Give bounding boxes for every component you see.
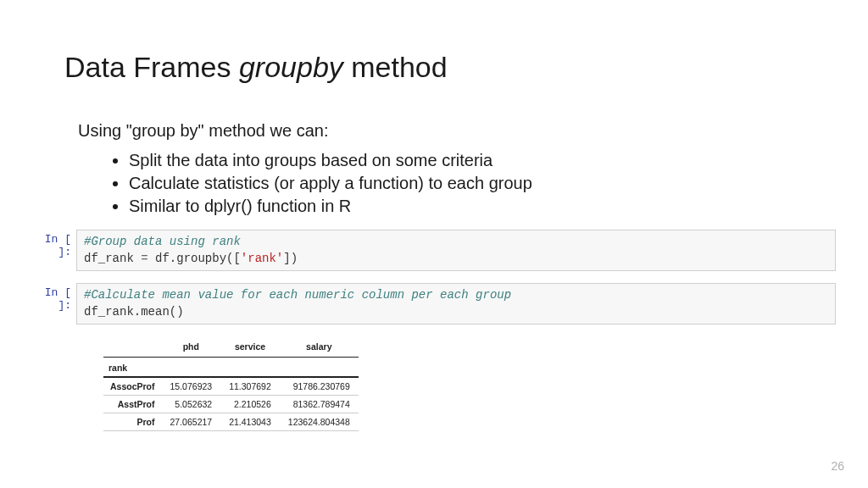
code-comment: #Calculate mean value for each numeric c… — [84, 288, 511, 302]
slide-body: Using "group by" method we can: Split th… — [78, 121, 868, 218]
table-cell: 81362.789474 — [280, 396, 359, 413]
table-row-label: AssocProf — [103, 377, 162, 396]
table-row-label: AsstProf — [103, 396, 162, 413]
code-comment: #Group data using rank — [84, 235, 241, 248]
code-cell: In [ ]: #Calculate mean value for each n… — [27, 283, 868, 324]
table-corner — [103, 336, 162, 358]
table-row-label: Prof — [103, 413, 162, 431]
output-table: phd service salary rank AssocProf 15.076… — [103, 336, 359, 431]
notebook-cells: In [ ]: #Group data using rank df_rank =… — [27, 230, 868, 431]
table-cell: 21.413043 — [220, 413, 280, 431]
code-text: df_rank — [84, 252, 141, 265]
title-pre: Data Frames — [64, 51, 239, 83]
bullet-item: Split the data into groups based on some… — [129, 149, 868, 172]
code-cell: In [ ]: #Group data using rank df_rank =… — [27, 230, 868, 271]
table-col-header: service — [220, 336, 280, 358]
code-operator: = — [141, 252, 147, 265]
table-col-header: phd — [162, 336, 221, 358]
bullet-list: Split the data into groups based on some… — [129, 149, 868, 218]
table-cell: 27.065217 — [162, 413, 221, 431]
table-cell: 2.210526 — [220, 396, 280, 413]
intro-text: Using "group by" method we can: — [78, 121, 868, 141]
table-cell: 15.076923 — [162, 377, 221, 396]
table-index-name: rank — [103, 358, 162, 378]
table-cell: 91786.230769 — [280, 377, 359, 396]
title-italic: groupby — [239, 51, 343, 83]
table-cell: 5.052632 — [162, 396, 221, 413]
table-row: AssocProf 15.076923 11.307692 91786.2307… — [103, 377, 359, 396]
page-number: 26 — [831, 459, 844, 473]
title-post: method — [343, 51, 448, 83]
code-text: ]) — [283, 252, 298, 265]
table-blank — [220, 358, 280, 378]
table-blank — [280, 358, 359, 378]
code-block[interactable]: #Group data using rank df_rank = df.grou… — [76, 230, 836, 271]
code-text: df.groupby([ — [148, 252, 241, 265]
code-string: 'rank' — [241, 252, 283, 265]
slide-title: Data Frames groupby method — [64, 51, 868, 84]
table-blank — [162, 358, 221, 378]
code-block[interactable]: #Calculate mean value for each numeric c… — [76, 283, 836, 324]
cell-prompt: In [ ]: — [27, 283, 76, 312]
cell-prompt: In [ ]: — [27, 230, 76, 258]
bullet-item: Calculate statistics (or apply a functio… — [129, 172, 868, 195]
table-row: AsstProf 5.052632 2.210526 81362.789474 — [103, 396, 359, 413]
table-cell: 123624.804348 — [280, 413, 359, 431]
bullet-item: Similar to dplyr() function in R — [129, 195, 868, 218]
table-row: Prof 27.065217 21.413043 123624.804348 — [103, 413, 359, 431]
slide: Data Frames groupby method Using "group … — [0, 0, 868, 431]
table-col-header: salary — [280, 336, 359, 358]
code-text: df_rank.mean() — [84, 305, 184, 319]
table-cell: 11.307692 — [220, 377, 280, 396]
